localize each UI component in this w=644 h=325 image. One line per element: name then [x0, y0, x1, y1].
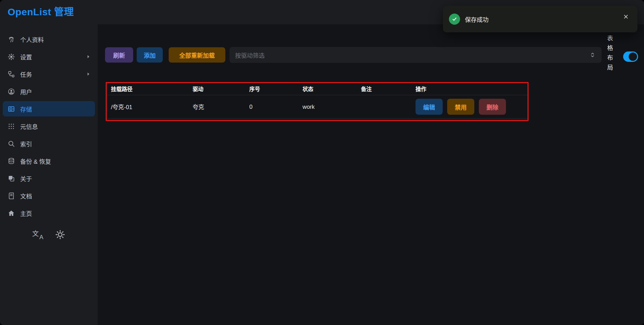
disable-button[interactable]: 禁用 — [447, 99, 474, 115]
page-title: OpenList 管理 — [8, 0, 74, 24]
metadata-icon — [7, 122, 15, 130]
col-header-mount-path: 挂载路径 — [111, 85, 193, 92]
col-header-driver: 驱动 — [193, 85, 249, 92]
table-header-row: 挂载路径 驱动 序号 状态 备注 操作 — [107, 82, 528, 95]
toast-message: 保存成功 — [465, 15, 489, 24]
gear-icon — [7, 52, 15, 61]
sidebar-item-docs[interactable]: 文档 — [3, 188, 95, 203]
sidebar-item-label: 备份 & 恢复 — [20, 157, 51, 165]
app-window: OpenList 管理 个人资料 设置 — [0, 0, 644, 325]
success-toast: 保存成功 — [443, 6, 637, 32]
add-button[interactable]: 添加 — [137, 47, 163, 63]
main-content: 刷新 添加 全部重新加载 按驱动筛选 表格布局 挂载路径 驱动 序号 状态 备注… — [98, 24, 644, 325]
reload-all-button[interactable]: 全部重新加载 — [169, 47, 225, 63]
success-check-icon — [449, 14, 460, 25]
sidebar-item-profile[interactable]: 个人资料 — [3, 32, 95, 47]
language-icon[interactable]: 文 A — [32, 228, 44, 241]
sidebar-item-backup-restore[interactable]: 备份 & 恢复 — [3, 153, 95, 169]
home-icon — [7, 209, 15, 217]
cell-driver: 夸克 — [193, 103, 249, 111]
sidebar-item-settings[interactable]: 设置 — [3, 49, 95, 64]
sidebar-item-label: 设置 — [20, 52, 32, 61]
select-updown-chevron-icon — [589, 51, 596, 58]
storage-table: 挂载路径 驱动 序号 状态 备注 操作 /夸克-01 夸克 0 work 编辑 … — [107, 82, 528, 119]
driver-filter-placeholder: 按驱动筛选 — [235, 51, 265, 59]
about-icon — [7, 174, 15, 182]
driver-filter-select[interactable]: 按驱动筛选 — [230, 47, 602, 63]
row-actions: 编辑 禁用 删除 — [416, 99, 528, 115]
fingerprint-icon — [7, 35, 15, 43]
search-icon — [7, 139, 15, 148]
col-header-order: 序号 — [249, 85, 303, 92]
table-layout-toggle[interactable] — [623, 51, 638, 62]
sidebar-item-label: 元信息 — [20, 122, 38, 131]
delete-button[interactable]: 删除 — [479, 99, 506, 115]
cell-mount-path: /夸克-01 — [111, 103, 193, 111]
sidebar-footer: 文 A — [0, 228, 98, 241]
col-header-remark: 备注 — [361, 85, 416, 92]
theme-brightness-icon[interactable] — [54, 228, 66, 241]
sidebar-item-storage[interactable]: 存储 — [3, 101, 95, 116]
chevron-right-icon — [86, 54, 91, 59]
docs-icon — [7, 192, 15, 200]
sidebar-item-index[interactable]: 索引 — [3, 136, 95, 151]
sidebar-item-tasks[interactable]: 任务 — [3, 66, 95, 82]
storage-icon — [7, 105, 15, 113]
cell-order: 0 — [249, 104, 303, 110]
database-icon — [7, 157, 15, 165]
sidebar-item-label: 主页 — [20, 209, 32, 218]
sidebar-item-label: 任务 — [20, 70, 32, 79]
tasks-icon — [7, 70, 15, 78]
cell-status: work — [303, 104, 361, 110]
user-icon — [7, 87, 15, 96]
sidebar-item-label: 关于 — [20, 174, 32, 183]
sidebar-item-label: 文档 — [20, 192, 32, 200]
sidebar-item-about[interactable]: 关于 — [3, 171, 95, 186]
sidebar-item-metadata[interactable]: 元信息 — [3, 119, 95, 134]
refresh-button[interactable]: 刷新 — [105, 47, 133, 63]
sidebar: 个人资料 设置 任务 — [0, 24, 98, 325]
col-header-actions: 操作 — [416, 85, 528, 92]
edit-button[interactable]: 编辑 — [416, 99, 443, 115]
sidebar-item-users[interactable]: 用户 — [3, 84, 95, 99]
toggle-knob — [629, 52, 637, 61]
sidebar-item-label: 索引 — [20, 139, 32, 148]
sidebar-item-label: 存储 — [20, 105, 32, 113]
col-header-status: 状态 — [303, 85, 361, 92]
sidebar-item-label: 个人资料 — [20, 35, 44, 44]
table-row: /夸克-01 夸克 0 work 编辑 禁用 删除 — [107, 95, 528, 119]
table-layout-label: 表格布局 — [605, 35, 614, 74]
chevron-right-icon — [86, 72, 91, 76]
sidebar-item-home[interactable]: 主页 — [3, 205, 95, 221]
sidebar-item-label: 用户 — [20, 87, 32, 96]
toast-close-icon[interactable] — [623, 14, 629, 20]
